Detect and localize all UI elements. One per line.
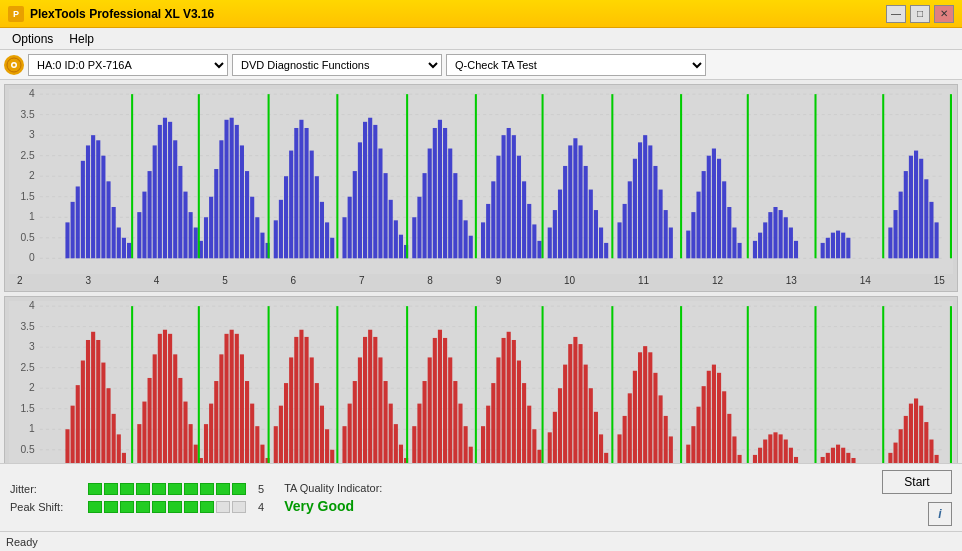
svg-rect-228 [204, 424, 208, 463]
svg-rect-60 [255, 217, 259, 258]
svg-rect-224 [189, 424, 193, 463]
svg-rect-150 [727, 207, 731, 258]
svg-rect-298 [563, 364, 567, 463]
svg-rect-305 [599, 434, 603, 463]
svg-rect-271 [423, 381, 427, 463]
svg-rect-346 [841, 447, 845, 463]
svg-rect-238 [255, 426, 259, 463]
svg-rect-356 [919, 405, 923, 463]
svg-rect-260 [368, 329, 372, 463]
test-select[interactable]: Q-Check TA Test [446, 54, 706, 76]
svg-rect-132 [628, 181, 632, 258]
jitter-metric: Jitter: 5 [10, 483, 264, 495]
svg-text:2: 2 [29, 382, 35, 393]
svg-rect-107 [496, 156, 500, 259]
jitter-seg-1 [88, 483, 102, 495]
peak-seg-1 [88, 501, 102, 513]
svg-rect-111 [517, 156, 521, 259]
svg-text:2: 2 [29, 170, 35, 181]
svg-rect-152 [738, 243, 742, 258]
title-bar-left: P PlexTools Professional XL V3.16 [8, 6, 214, 22]
svg-rect-74 [325, 222, 329, 258]
svg-rect-85 [384, 173, 388, 258]
svg-rect-51 [209, 197, 213, 259]
top-chart-area: 4 3.5 3 2.5 2 1.5 1 0.5 0 [9, 89, 953, 274]
svg-rect-358 [929, 439, 933, 463]
svg-rect-278 [458, 403, 462, 463]
svg-rect-300 [573, 337, 577, 463]
svg-rect-306 [604, 453, 608, 463]
svg-rect-214 [137, 424, 141, 463]
svg-rect-335 [768, 434, 772, 463]
svg-rect-296 [553, 412, 557, 464]
svg-rect-332 [753, 455, 757, 463]
svg-text:3: 3 [29, 129, 35, 140]
svg-rect-311 [633, 370, 637, 463]
svg-rect-321 [691, 426, 695, 463]
svg-rect-41 [163, 118, 167, 259]
svg-rect-310 [628, 393, 632, 463]
jitter-label: Jitter: [10, 483, 80, 495]
svg-rect-179 [929, 202, 933, 258]
svg-rect-308 [617, 434, 621, 463]
peak-seg-5 [152, 501, 166, 513]
svg-rect-232 [224, 334, 228, 463]
start-button[interactable]: Start [882, 470, 952, 494]
svg-rect-75 [330, 238, 334, 259]
drive-select[interactable]: HA:0 ID:0 PX-716A [28, 54, 228, 76]
menu-options[interactable]: Options [4, 30, 61, 48]
svg-rect-145 [702, 171, 706, 258]
svg-text:0.5: 0.5 [20, 444, 35, 455]
svg-rect-130 [617, 222, 621, 258]
svg-rect-126 [594, 210, 598, 258]
minimize-button[interactable]: — [886, 5, 906, 23]
bottom-panel: Jitter: 5 Peak Shift: [0, 463, 962, 531]
svg-rect-303 [589, 388, 593, 463]
svg-rect-169 [846, 238, 850, 259]
peak-shift-bar [88, 501, 246, 513]
svg-rect-77 [342, 217, 346, 258]
title-bar: P PlexTools Professional XL V3.16 — □ ✕ [0, 0, 962, 28]
svg-rect-262 [378, 357, 382, 463]
svg-rect-336 [773, 432, 777, 463]
svg-rect-251 [320, 405, 324, 463]
svg-text:1: 1 [29, 423, 35, 434]
svg-rect-97 [443, 128, 447, 258]
svg-rect-67 [289, 151, 293, 259]
svg-rect-215 [142, 401, 146, 463]
svg-rect-287 [507, 331, 511, 463]
svg-rect-253 [330, 449, 334, 463]
svg-rect-147 [712, 149, 716, 259]
svg-rect-317 [664, 416, 668, 463]
svg-text:0: 0 [29, 252, 35, 263]
svg-rect-248 [305, 337, 309, 463]
top-chart-x-labels: 2 3 4 5 6 7 8 9 10 11 12 13 14 15 [9, 274, 953, 287]
svg-rect-292 [532, 429, 536, 463]
svg-rect-160 [784, 217, 788, 258]
svg-rect-127 [599, 228, 603, 259]
svg-rect-247 [299, 329, 303, 463]
jitter-seg-2 [104, 483, 118, 495]
menu-help[interactable]: Help [61, 30, 102, 48]
svg-rect-143 [691, 212, 695, 258]
svg-point-2 [13, 63, 16, 66]
svg-rect-23 [71, 202, 75, 258]
svg-rect-133 [633, 159, 637, 259]
svg-rect-297 [558, 388, 562, 463]
svg-rect-88 [399, 235, 403, 259]
svg-rect-309 [623, 416, 627, 463]
svg-rect-34 [127, 243, 131, 258]
svg-rect-221 [173, 354, 177, 463]
svg-rect-86 [389, 200, 393, 258]
maximize-button[interactable]: □ [910, 5, 930, 23]
peak-seg-8 [200, 501, 214, 513]
svg-rect-80 [358, 142, 362, 258]
svg-rect-205 [86, 340, 90, 463]
jitter-seg-5 [152, 483, 166, 495]
function-select[interactable]: DVD Diagnostic Functions [232, 54, 442, 76]
info-button[interactable]: i [928, 502, 952, 526]
close-button[interactable]: ✕ [934, 5, 954, 23]
svg-rect-115 [537, 241, 541, 258]
svg-rect-259 [363, 337, 367, 463]
peak-shift-value: 4 [258, 501, 264, 513]
